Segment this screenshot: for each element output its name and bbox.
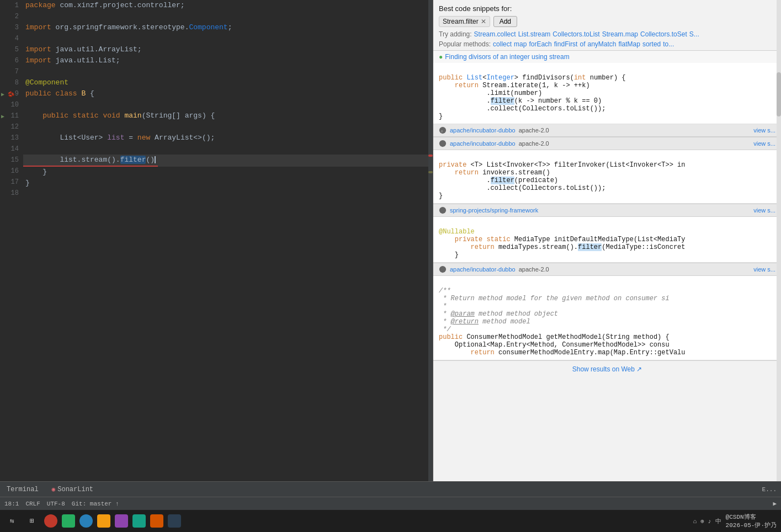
popular-more[interactable]: to... [663, 40, 674, 48]
snippet-title-1[interactable]: ● Finding divisors of an integer using s… [433, 51, 781, 63]
try-adding-label: Try adding: [439, 30, 472, 38]
token: List<User> [25, 134, 107, 142]
run-arrow2-icon[interactable]: ▶ [1, 89, 4, 100]
run-icon-status: ▶ [773, 500, 777, 507]
repo-name-1[interactable]: apache/incubator-dubbo [450, 127, 516, 134]
taskbar-grid-icon[interactable]: ⊞ [24, 513, 40, 529]
warn-marker [428, 171, 433, 173]
taskbar-app7[interactable] [150, 514, 163, 528]
repo-octocat-icon-2 [439, 140, 447, 147]
repo-octocat-icon-3 [439, 206, 447, 214]
taskbar-app3[interactable] [79, 514, 93, 528]
repo-name-3[interactable]: spring-projects/spring-framework [450, 207, 538, 214]
repo-info-2: apache/incubator-dubbo apache-2.0 [439, 140, 549, 147]
token: () [146, 156, 155, 164]
taskbar-app2[interactable] [62, 514, 75, 528]
try-link-1[interactable]: List.stream [518, 30, 551, 38]
gutter-line-11: 11▶ [0, 110, 23, 121]
code-row-10 [23, 99, 433, 110]
code-row-16: } [23, 167, 433, 178]
view-link-1[interactable]: view s... [753, 127, 775, 134]
repo-name-4[interactable]: apache/incubator-dubbo [450, 266, 516, 273]
terminal-tab[interactable]: Terminal [4, 486, 41, 493]
snippet-code-2: private <T> List<Invoker<T>> filterInvok… [433, 150, 781, 204]
sonar-icon: ◉ [52, 486, 56, 493]
popular-foreach[interactable]: forEach [529, 40, 551, 48]
taskbar-arrow-icon[interactable]: ⇆ [4, 513, 20, 529]
add-button[interactable]: Add [493, 16, 517, 27]
code-row-17: } [23, 178, 433, 189]
search-tag[interactable]: Stream.filter ✕ [439, 16, 490, 27]
gutter-line-6: 6 [0, 55, 23, 66]
snippet-code-3: @Nullable private static MediaType initD… [433, 217, 781, 263]
popular-collect[interactable]: collect [493, 40, 512, 48]
token: } [25, 179, 30, 187]
token: { [90, 89, 94, 98]
code-row-11: public static void main(String[] args) { [23, 110, 433, 121]
popular-findfirst[interactable]: findFirst [554, 40, 578, 48]
status-left: 18:1 CRLF UTF-8 Git: master ↑ [4, 501, 119, 507]
tag-close-icon[interactable]: ✕ [481, 18, 486, 25]
git-indicator: Git: master ↑ [72, 501, 119, 507]
code-row-8: @Component [23, 77, 433, 88]
snippet-code-4: /** * Return method model for the given … [433, 276, 781, 360]
code-body[interactable]: package com.xinzf.project.controller;imp… [23, 0, 433, 481]
taskbar-app8[interactable] [168, 514, 181, 528]
taskbar-app4[interactable] [97, 514, 110, 528]
code-row-2 [23, 11, 433, 22]
position-indicator: 18:1 [4, 501, 19, 507]
snippets-list[interactable]: ● Finding divisors of an integer using s… [433, 50, 781, 481]
try-link-2[interactable]: Collectors.toList [552, 30, 599, 38]
error-marker [428, 155, 433, 157]
try-link-5[interactable]: S... [689, 30, 699, 38]
token: ArrayList<>(); [155, 134, 215, 142]
repo-octocat-icon-1: ○ [439, 126, 447, 134]
popular-of[interactable]: of [580, 40, 585, 48]
repo-info-4: apache/incubator-dubbo apache-2.0 [439, 265, 549, 273]
popular-label: Popular methods: [439, 40, 491, 48]
panel-scrollbar[interactable] [777, 0, 781, 481]
snippet-code-1: public List<Integer> findDivisors(int nu… [433, 63, 781, 124]
snippet-block-2: apache/incubator-dubbo apache-2.0 view s… [433, 137, 781, 204]
snippet-block-4: apache/incubator-dubbo apache-2.0 view s… [433, 263, 781, 360]
code-row-7 [23, 66, 433, 77]
view-link-4[interactable]: view s... [753, 266, 775, 273]
token: java.util.List; [56, 56, 120, 65]
gutter-line-16: 16 [0, 166, 23, 177]
view-link-3[interactable]: view s... [753, 207, 775, 214]
view-link-2[interactable]: view s... [753, 140, 775, 147]
token: void [103, 111, 124, 120]
try-link-4[interactable]: Collectors.toSet [640, 30, 687, 38]
try-link-3[interactable]: Stream.map [602, 30, 638, 38]
svg-point-3 [439, 207, 446, 214]
repo-name-2[interactable]: apache/incubator-dubbo [450, 140, 516, 147]
try-adding-row: Try adding: Stream.collect List.stream C… [439, 30, 775, 38]
token [25, 111, 42, 120]
line-gutter: 123456789▶🫘1011▶12131415161718 [0, 0, 23, 481]
show-more-button[interactable]: Show results on Web ↗ [433, 360, 781, 377]
token: package [25, 1, 60, 9]
popular-anymatch[interactable]: anyMatch [587, 40, 616, 48]
taskbar-app5[interactable] [115, 514, 128, 528]
run-arrow-icon[interactable]: ▶ [1, 111, 4, 123]
popular-map[interactable]: map [514, 40, 527, 48]
editor-scrollbar[interactable] [428, 0, 433, 481]
gutter-line-3: 3 [0, 22, 23, 33]
repo-license-4: apache-2.0 [519, 266, 549, 273]
gutter-line-10: 10 [0, 99, 23, 110]
sonarlint-tab[interactable]: ◉ SonarLint [50, 486, 95, 493]
status-bar: 18:1 CRLF UTF-8 Git: master ↑ ▶ [0, 497, 781, 510]
token: class [56, 89, 82, 98]
popular-flatmap[interactable]: flatMap [619, 40, 640, 48]
editor-area: 123456789▶🫘1011▶12131415161718 package c… [0, 0, 781, 481]
popular-sorted[interactable]: sorted [642, 40, 661, 48]
taskbar-app1[interactable] [44, 514, 57, 528]
token: list.stream(). [25, 156, 120, 164]
gutter-line-14: 14 [0, 143, 23, 155]
try-link-0[interactable]: Stream.collect [474, 30, 516, 38]
snippet-meta-3: spring-projects/spring-framework view s.… [433, 204, 781, 217]
snippet-block-3: spring-projects/spring-framework view s.… [433, 204, 781, 263]
taskbar-app6[interactable] [132, 514, 146, 528]
taskbar: ⇆ ⊞ ⌂ ⊕ ♪ 中 @CSDN博客2026-05-伊·护乃 [0, 510, 781, 532]
bean-icon[interactable]: 🫘 [8, 89, 14, 100]
